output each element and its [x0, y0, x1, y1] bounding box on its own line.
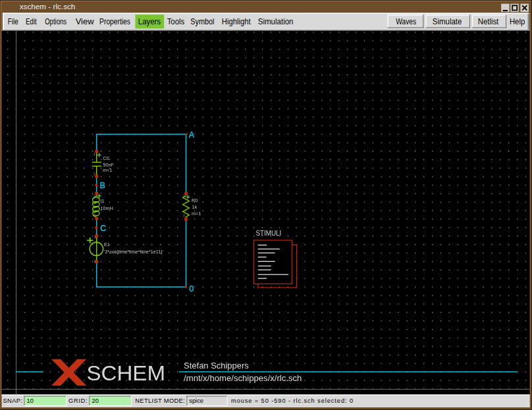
- svg-text:B: B: [100, 181, 105, 190]
- svg-text:2: 2: [94, 259, 96, 263]
- svg-text:1: 1: [93, 194, 95, 198]
- svg-text:C: C: [100, 224, 106, 233]
- svg-text:SCHEM: SCHEM: [87, 362, 166, 384]
- svg-text:10mH: 10mH: [101, 205, 113, 211]
- svg-text:2: 2: [183, 213, 185, 217]
- svg-text:1: 1: [93, 152, 95, 156]
- svg-text:2: 2: [93, 172, 95, 176]
- svg-text:1: 1: [94, 235, 96, 239]
- svg-text:m=1: m=1: [103, 167, 112, 173]
- svg-text:2: 2: [93, 213, 95, 217]
- svg-text:1k: 1k: [192, 204, 198, 210]
- svg-text:STIMULI: STIMULI: [256, 230, 282, 237]
- svg-text:A: A: [189, 130, 195, 140]
- svg-text:C0: C0: [103, 155, 109, 161]
- svg-text:Stefan Schippers: Stefan Schippers: [184, 361, 249, 371]
- svg-text:0: 0: [189, 284, 194, 294]
- svg-text:l1: l1: [101, 198, 105, 204]
- svg-text:/mnt/x/home/schippes/x/rlc.sch: /mnt/x/home/schippes/x/rlc.sch: [184, 373, 302, 383]
- svg-text:m=1: m=1: [192, 211, 201, 217]
- svg-text:R0: R0: [192, 197, 198, 203]
- svg-text:'3*cos(time*time*time*1e11)': '3*cos(time*time*time*1e11)': [104, 249, 164, 255]
- svg-text:E1: E1: [104, 242, 110, 247]
- svg-text:1: 1: [183, 194, 185, 198]
